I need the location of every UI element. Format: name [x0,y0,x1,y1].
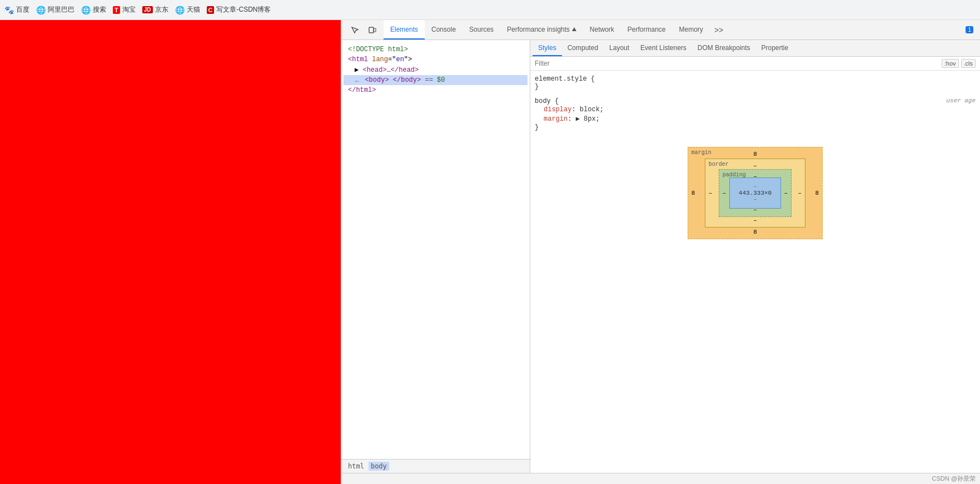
svg-rect-1 [374,28,376,32]
styles-panel: Styles Computed Layout Event Listeners D… [530,40,980,473]
filter-bar: :hov .cls [530,57,980,71]
css-close-brace-body: } [535,124,976,131]
subtab-event-listeners[interactable]: Event Listeners [635,40,692,56]
box-margin: margin 8 8 8 8 [688,147,823,239]
padding-bottom-value[interactable]: – [753,206,757,213]
filter-input[interactable] [535,60,937,67]
inspect-icon[interactable] [348,23,361,37]
margin-bottom-value[interactable]: 8 [753,229,757,235]
svg-rect-0 [369,27,374,33]
subtab-layout[interactable]: Layout [604,40,635,56]
padding-label: padding [723,172,746,178]
subtab-computed[interactable]: Computed [562,40,604,56]
page-preview [0,20,341,484]
html-tree: <!DOCTYPE html> <html lang="en"> ▶ <head… [341,40,530,459]
border-bottom-value[interactable]: – [753,217,757,224]
breadcrumb-body[interactable]: body [369,462,389,471]
device-emulation-icon[interactable] [366,23,379,37]
more-tabs-button[interactable]: >> [710,26,728,34]
tab-performance-insights[interactable]: Performance insights [500,20,583,39]
bookmark-search[interactable]: 🌐 搜索 [81,5,106,14]
border-right-value[interactable]: – [798,190,802,196]
content-dimensions: 443.333×0 [739,190,772,196]
tree-line-html-close[interactable]: </html> [344,85,528,95]
tree-line-head[interactable]: ▶ <head>…</head> [344,65,528,75]
performance-insights-triangle-icon [572,27,576,31]
box-border: border – – – – padding [705,159,805,228]
devtools-toolbar-icons [344,23,384,37]
tab-memory[interactable]: Memory [673,20,710,39]
border-left-value[interactable]: – [709,190,713,196]
tree-line-html[interactable]: <html lang="en"> [344,55,528,65]
elements-panel: <!DOCTYPE html> <html lang="en"> ▶ <head… [341,40,530,473]
bookmark-jd[interactable]: JD 京东 [142,5,168,14]
bookmark-alibaba[interactable]: 🌐 阿里巴巴 [36,5,74,14]
bookmark-tianmao[interactable]: 🌐 天猫 [175,5,200,14]
cls-filter-button[interactable]: .cls [961,59,976,68]
tab-elements[interactable]: Elements [384,20,425,39]
hov-filter-button[interactable]: :hov [942,59,959,68]
breadcrumb-html[interactable]: html [346,462,366,471]
devtools-panel: Elements Console Sources Performance ins… [341,20,980,484]
devtools-body: <!DOCTYPE html> <html lang="en"> ▶ <head… [341,40,980,473]
margin-left-value[interactable]: 8 [692,190,695,196]
filter-buttons: :hov .cls [942,59,976,68]
box-model: margin 8 8 8 8 [688,147,823,239]
browser-toolbar: 🐾 百度 🌐 阿里巴巴 🌐 搜索 T 淘宝 JD 京东 🌐 天猫 C 写文章-C… [0,0,980,20]
styles-subtab-bar: Styles Computed Layout Event Listeners D… [530,40,980,57]
elements-breadcrumb: html body [341,459,530,473]
bookmark-taobao[interactable]: T 淘宝 [113,5,136,14]
tab-console[interactable]: Console [425,20,462,39]
bookmark-baidu[interactable]: 🐾 百度 [4,5,29,14]
tab-sources[interactable]: Sources [462,20,500,39]
tab-performance[interactable]: Performance [621,20,673,39]
margin-top-value[interactable]: 8 [753,151,757,157]
css-rule-body: body { user age display: block; margin: … [535,97,976,131]
css-rule-element-style: element.style { } [535,75,976,91]
css-property-margin[interactable]: margin: ▶ 8px; [535,114,976,124]
notification-badge: 1 [966,26,973,33]
padding-left-value[interactable]: – [723,190,727,196]
main-container: Elements Console Sources Performance ins… [0,20,980,484]
subtab-properties[interactable]: Propertie [756,40,794,56]
footer-text: CSDN @孙景荣 [932,475,976,482]
content-dash-bottom: – [739,196,772,203]
margin-label: margin [692,150,712,156]
devtools-footer: CSDN @孙景荣 [341,473,980,484]
css-selector-element-style[interactable]: element.style { [535,75,976,83]
css-selector-body[interactable]: body { user age [535,97,976,105]
margin-right-value[interactable]: 8 [815,190,819,196]
border-label: border [709,161,729,167]
devtools-tab-bar: Elements Console Sources Performance ins… [341,20,980,40]
box-model-container: margin 8 8 8 8 [535,138,976,248]
tree-line-doctype[interactable]: <!DOCTYPE html> [344,45,528,55]
box-padding: padding – – – – – [719,169,792,217]
css-property-display[interactable]: display: block; [535,105,976,114]
tree-line-body[interactable]: … <body> </body> == $0 [344,75,528,85]
tab-network[interactable]: Network [583,20,621,39]
border-top-value[interactable]: – [753,162,757,169]
subtab-styles[interactable]: Styles [533,40,562,56]
styles-content: element.style { } body { user age [530,71,980,473]
css-close-brace-element-style: } [535,83,976,91]
bookmark-csdn[interactable]: C 写文章-CSDN博客 [207,5,271,14]
content-dash-top: – [739,184,772,190]
padding-right-value[interactable]: – [784,190,788,196]
padding-top-value[interactable]: – [753,173,757,180]
subtab-dom-breakpoints[interactable]: DOM Breakpoints [692,40,756,56]
box-content[interactable]: – 443.333×0 – [729,177,781,209]
